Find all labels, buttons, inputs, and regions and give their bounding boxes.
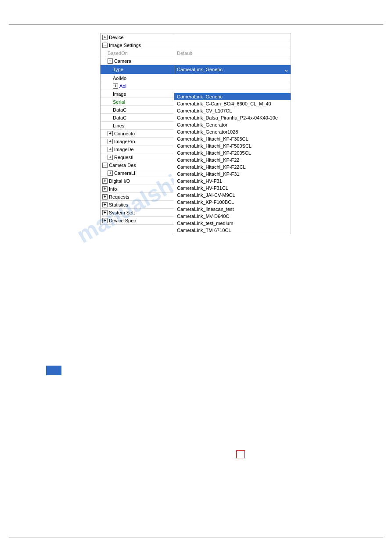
camera-expand-icon[interactable]: − — [108, 58, 113, 64]
requests-expand-icon[interactable]: + — [102, 194, 108, 200]
type-dropdown[interactable]: CameraLink_Generic CameraLink_C-Cam_BCi4… — [174, 93, 291, 234]
dropdown-item-linescan[interactable]: CameraLink_linescan_test — [174, 206, 291, 213]
dropdown-item-hitachi-f22cl[interactable]: CameraLink_Hitachi_KP-F22CL — [174, 163, 291, 170]
dropdown-item-jai[interactable]: CameraLink_JAI-CV-M9CL — [174, 192, 291, 199]
device-spec-label: Device Spec — [109, 218, 136, 223]
camera-des-expand-icon[interactable]: − — [102, 163, 108, 168]
device-label: Device — [109, 35, 124, 40]
connector-label: Connecto — [114, 131, 135, 136]
system-sett-label: System Sett — [109, 210, 135, 215]
dropdown-item-hitachi-f22[interactable]: CameraLink_Hitachi_KP-F22 — [174, 156, 291, 163]
dropdown-item-generic[interactable]: CameraLink_Generic — [174, 93, 291, 100]
red-indicator-box — [236, 450, 245, 458]
info-expand-icon[interactable]: + — [102, 186, 108, 192]
aoi-expand-icon[interactable]: + — [113, 83, 118, 89]
requesti-label: RequestI — [114, 155, 133, 160]
top-rule — [9, 24, 383, 25]
dropdown-item-hitachi-f31[interactable]: CameraLink_Hitachi_KP-F31 — [174, 170, 291, 178]
dropdown-item-cv-l107cl[interactable]: CameraLink_CV_L107CL — [174, 107, 291, 114]
dropdown-item-test-medium[interactable]: CameraLink_test_medium — [174, 220, 291, 227]
datac1-label: DataC — [113, 107, 126, 112]
cameralink-label: CameraLi — [114, 170, 135, 176]
aoimo-row: AoiMo — [101, 74, 291, 82]
imagepro-label: ImagePro — [114, 139, 135, 144]
digital-io-label: Digital I/O — [109, 178, 130, 184]
dropdown-item-hitachi-f305[interactable]: CameraLink_Hitachi_KP-F305CL — [174, 135, 291, 142]
aoimo-label: AoiMo — [113, 76, 126, 81]
aoi-label: Aoi — [119, 83, 126, 89]
dropdown-item-dalsa[interactable]: CameraLink_Dalsa_Piranha_P2-4x-04K40-10e — [174, 114, 291, 121]
cameralink-expand-icon[interactable]: + — [108, 170, 113, 176]
based-on-row: BasedOn Default — [101, 49, 291, 57]
dropdown-item-c-cam[interactable]: CameraLink_C-Cam_BCi4_6600_CL_M_40 — [174, 100, 291, 107]
dropdown-item-kp-f100bcl[interactable]: CameraLink_KP-F100BCL — [174, 199, 291, 206]
requests-label: Requests — [109, 194, 129, 200]
camera-row[interactable]: − Camera — [101, 57, 291, 65]
imagepro-expand-icon[interactable]: + — [108, 139, 113, 144]
type-value: CameraLink_Generic — [177, 67, 284, 72]
image-settings-expand-icon[interactable]: − — [102, 43, 108, 48]
dropdown-item-hv-f31[interactable]: CameraLink_HV-F31 — [174, 178, 291, 185]
dropdown-item-mv-d640c[interactable]: CameraLink_MV-D640C — [174, 213, 291, 220]
based-on-label: BasedOn — [108, 51, 128, 56]
lines-label: Lines — [113, 123, 124, 128]
device-spec-expand-icon[interactable]: + — [102, 218, 108, 223]
statistics-label: Statistics — [109, 202, 128, 207]
digital-io-expand-icon[interactable]: + — [102, 178, 108, 184]
dropdown-item-generator[interactable]: CameraLink_Generator — [174, 121, 291, 128]
image-settings-row[interactable]: − Image Settings — [101, 41, 291, 49]
datac2-label: DataC — [113, 115, 126, 120]
dropdown-item-hitachi-f500[interactable]: CameraLink_Hitachi_KP-F500SCL — [174, 142, 291, 149]
type-dropdown-arrow[interactable]: ⌄ — [284, 66, 289, 73]
device-expand-icon[interactable]: + — [102, 35, 108, 40]
dropdown-item-hv-f31cl[interactable]: CameraLink_HV-F31CL — [174, 185, 291, 192]
image-settings-label: Image Settings — [109, 43, 141, 48]
image-label: Image — [113, 91, 126, 97]
dropdown-item-hitachi-f2005[interactable]: CameraLink_Hitachi_KP-F2005CL — [174, 149, 291, 156]
camera-des-label: Camera Des — [109, 163, 136, 168]
statistics-expand-icon[interactable]: + — [102, 202, 108, 207]
dropdown-item-generator1028[interactable]: CameraLink_Generator1028 — [174, 128, 291, 135]
dropdown-item-tm-6710cl[interactable]: CameraLink_TM-6710CL — [174, 227, 291, 234]
imagede-label: ImageDe — [114, 147, 134, 152]
system-sett-expand-icon[interactable]: + — [102, 210, 108, 215]
bottom-rule — [9, 537, 383, 537]
aoi-row[interactable]: + Aoi — [101, 82, 291, 90]
type-label: Type — [113, 67, 123, 72]
imagede-expand-icon[interactable]: + — [108, 147, 113, 152]
connector-expand-icon[interactable]: + — [108, 131, 113, 136]
info-label: Info — [109, 186, 117, 192]
requesti-expand-icon[interactable]: + — [108, 155, 113, 160]
blue-indicator-box — [46, 366, 61, 375]
device-row[interactable]: + Device — [101, 33, 291, 41]
type-row[interactable]: Type CameraLink_Generic ⌄ — [101, 65, 291, 74]
based-on-value: Default — [177, 51, 192, 56]
camera-label: Camera — [114, 58, 131, 64]
serial-label: Serial — [113, 99, 125, 105]
